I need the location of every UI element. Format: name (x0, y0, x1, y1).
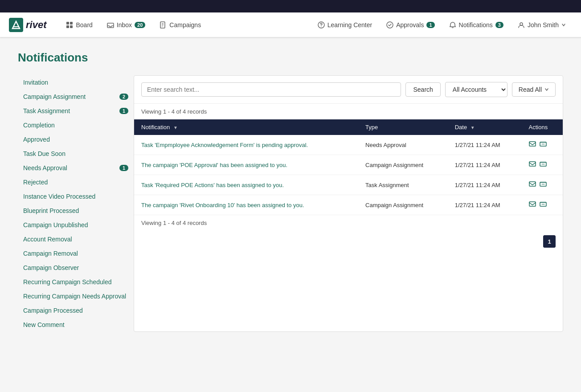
sidebar-item-needs-approval[interactable]: Needs Approval1 (18, 161, 134, 175)
nav-learning-center[interactable]: Learning Center (311, 18, 378, 32)
sidebar-label-needs-approval: Needs Approval (23, 164, 67, 172)
records-info-bottom: Viewing 1 - 4 of 4 records (134, 215, 563, 231)
sidebar-item-new-comment[interactable]: New Comment (18, 318, 134, 332)
sidebar-item-completion[interactable]: Completion (18, 118, 134, 132)
sidebar-item-instance-video-processed[interactable]: Instance Video Processed (18, 189, 134, 204)
table-row: Task 'Empmployee Acknowledgement Form' i… (134, 135, 563, 155)
cell-actions-0 (522, 135, 563, 155)
sidebar-item-campaign-processed[interactable]: Campaign Processed (18, 303, 134, 318)
sidebar-label-recurring-campaign-scheduled: Recurring Campaign Scheduled (23, 278, 111, 286)
col-date: Date ▼ (448, 119, 522, 135)
sidebar-label-campaign-removal: Campaign Removal (23, 250, 78, 257)
cell-date-1: 1/27/21 11:24 AM (448, 155, 522, 175)
col-type: Type (358, 119, 448, 135)
approvals-badge: 1 (426, 22, 434, 28)
logo-text: rivet (26, 19, 46, 31)
sidebar-item-blueprint-processed[interactable]: Blueprint Processed (18, 204, 134, 218)
archive-action-1[interactable] (540, 160, 547, 169)
search-button[interactable]: Search (405, 82, 440, 97)
svg-rect-6 (70, 25, 73, 28)
table-header-row: Notification ▼ Type Date ▼ Actions (134, 119, 563, 135)
col-actions: Actions (522, 119, 563, 135)
nav-approvals-label: Approvals (396, 21, 424, 29)
nav-left: Board Inbox 20 Campaigns (60, 18, 207, 32)
table-row: Task 'Required POE Actions' has been ass… (134, 175, 563, 195)
search-input[interactable] (141, 82, 401, 97)
sidebar-item-invitation[interactable]: Invitation (18, 75, 134, 90)
table-row: The campaign 'POE Approval' has been ass… (134, 155, 563, 175)
nav-campaigns[interactable]: Campaigns (153, 18, 207, 32)
notification-link-2[interactable]: Task 'Required POE Actions' has been ass… (141, 182, 284, 188)
sidebar-item-campaign-assignment[interactable]: Campaign Assignment2 (18, 90, 134, 104)
nav-user[interactable]: John Smith (511, 18, 572, 32)
sidebar-badge-task-assignment: 1 (119, 108, 128, 114)
sidebar-label-invitation: Invitation (23, 79, 48, 86)
help-icon (318, 21, 325, 29)
archive-action-0[interactable] (540, 140, 547, 149)
nav-board[interactable]: Board (60, 18, 98, 32)
col-date-label: Date (455, 124, 467, 131)
sort-date-icon[interactable]: ▼ (471, 125, 475, 130)
svg-rect-0 (9, 18, 23, 32)
sidebar-item-campaign-removal[interactable]: Campaign Removal (18, 246, 134, 261)
nav-inbox[interactable]: Inbox 20 (101, 18, 152, 32)
svg-rect-5 (66, 25, 69, 28)
sidebar-label-task-due-soon: Task Due Soon (23, 150, 65, 157)
logo[interactable]: rivet (9, 18, 46, 32)
main-layout: InvitationCampaign Assignment2Task Assig… (18, 75, 563, 332)
sidebar-label-campaign-unpublished: Campaign Unpublished (23, 221, 88, 229)
sidebar-label-approved: Approved (23, 136, 50, 143)
page-title: Notifications (18, 51, 563, 65)
cell-type-0: Needs Approval (358, 135, 448, 155)
cell-type-3: Campaign Assignment (358, 195, 448, 215)
page-1-button[interactable]: 1 (543, 235, 556, 248)
notification-link-3[interactable]: The campaign 'Rivet Onboarding 10' has b… (141, 202, 304, 208)
sidebar-item-task-due-soon[interactable]: Task Due Soon (18, 147, 134, 161)
sidebar-label-task-assignment: Task Assignment (23, 107, 70, 114)
file-icon (160, 21, 167, 29)
col-actions-label: Actions (529, 124, 548, 131)
nav-user-label: John Smith (528, 21, 559, 29)
sidebar: InvitationCampaign Assignment2Task Assig… (18, 75, 134, 332)
table-row: The campaign 'Rivet Onboarding 10' has b… (134, 195, 563, 215)
sidebar-item-task-assignment[interactable]: Task Assignment1 (18, 104, 134, 118)
notification-link-0[interactable]: Task 'Empmployee Acknowledgement Form' i… (141, 142, 308, 148)
records-info-top: Viewing 1 - 4 of 4 records (134, 104, 563, 119)
svg-point-13 (321, 26, 321, 27)
sidebar-label-campaign-observer: Campaign Observer (23, 264, 79, 271)
svg-point-15 (520, 23, 523, 25)
email-action-3[interactable] (529, 200, 536, 209)
sidebar-item-recurring-campaign-scheduled[interactable]: Recurring Campaign Scheduled (18, 275, 134, 289)
check-circle-icon (386, 21, 393, 29)
grid-icon (66, 21, 73, 29)
notification-link-1[interactable]: The campaign 'POE Approval' has been ass… (141, 162, 287, 168)
sidebar-item-account-removal[interactable]: Account Removal (18, 232, 134, 246)
nav-board-label: Board (76, 21, 92, 29)
email-action-2[interactable] (529, 180, 536, 189)
sidebar-item-campaign-observer[interactable]: Campaign Observer (18, 261, 134, 275)
email-action-0[interactable] (529, 140, 536, 149)
nav-approvals[interactable]: Approvals 1 (380, 18, 441, 32)
cell-date-2: 1/27/21 11:24 AM (448, 175, 522, 195)
top-bar (0, 0, 581, 12)
read-all-button[interactable]: Read All (512, 82, 556, 97)
sidebar-item-campaign-unpublished[interactable]: Campaign Unpublished (18, 218, 134, 232)
nav-notifications[interactable]: Notifications 3 (443, 18, 510, 32)
sidebar-label-campaign-assignment: Campaign Assignment (23, 93, 86, 100)
sidebar-item-recurring-campaign-needs-approval[interactable]: Recurring Campaign Needs Approval (18, 289, 134, 303)
sidebar-item-approved[interactable]: Approved (18, 132, 134, 147)
sidebar-label-new-comment: New Comment (23, 321, 65, 328)
accounts-select[interactable]: All Accounts (445, 82, 507, 97)
sort-notification-icon[interactable]: ▼ (173, 125, 178, 130)
chevron-down-icon (561, 23, 566, 27)
archive-action-3[interactable] (540, 200, 547, 209)
cell-actions-2 (522, 175, 563, 195)
cell-actions-1 (522, 155, 563, 175)
email-action-1[interactable] (529, 160, 536, 169)
cell-notification-0: Task 'Empmployee Acknowledgement Form' i… (134, 135, 358, 155)
nav-right: Learning Center Approvals 1 Notification… (311, 18, 572, 32)
bell-icon (449, 21, 456, 29)
notifications-table: Notification ▼ Type Date ▼ Actions (134, 119, 563, 215)
archive-action-2[interactable] (540, 180, 547, 189)
sidebar-item-rejected[interactable]: Rejected (18, 175, 134, 189)
